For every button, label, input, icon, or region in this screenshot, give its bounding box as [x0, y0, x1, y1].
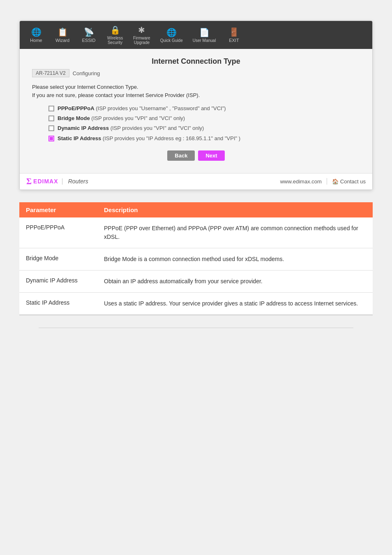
param-static-ip: Static IP Address: [19, 292, 97, 315]
radio-dynamic-ip[interactable]: [48, 125, 54, 131]
nav-wireless-security[interactable]: 🔒 WirelessSecurity: [103, 23, 127, 46]
option-dynamic-ip[interactable]: Dynamic IP Address (ISP provides you "VP…: [48, 125, 360, 132]
quick-guide-icon: 🌐: [166, 28, 177, 37]
param-dynamic-ip: Dynamic IP Address: [19, 270, 97, 292]
nav-user-manual[interactable]: 📄 User Manual: [189, 26, 220, 44]
nav-bar: 🌐 Home 📋 Wizard 📡 ESSID 🔒 WirelessSecuri…: [20, 21, 372, 49]
exit-icon: 🚪: [229, 27, 239, 37]
routers-label: Routers: [68, 178, 88, 185]
wizard-icon: 📋: [58, 27, 68, 37]
status-label: Configuring: [73, 70, 100, 76]
contact-link[interactable]: 🏠 Contact us: [332, 178, 366, 185]
button-row: Back Next: [32, 150, 360, 161]
router-panel: 🌐 Home 📋 Wizard 📡 ESSID 🔒 WirelessSecuri…: [19, 21, 373, 190]
user-manual-icon: 📄: [199, 28, 210, 37]
website-url: www.edimax.com: [280, 178, 322, 185]
radio-pppoe[interactable]: [48, 106, 54, 111]
home-icon: 🌐: [31, 27, 42, 37]
desc-static-ip: Uses a static IP address. Your service p…: [97, 292, 373, 315]
table-row: PPPoE/PPPoA PPPoE (PPP over Ethernet) an…: [19, 217, 373, 248]
next-button[interactable]: Next: [198, 150, 224, 161]
option-bridge[interactable]: Bridge Mode (ISP provides you "VPI" and …: [48, 115, 360, 122]
table-row: Static IP Address Uses a static IP addre…: [19, 292, 373, 315]
footer-divider: [327, 178, 327, 185]
nav-exit[interactable]: 🚪 EXIT: [221, 25, 246, 44]
sigma-icon: Σ: [26, 177, 32, 186]
edimax-logo: EDIMAX: [33, 178, 58, 185]
contact-label: Contact us: [340, 178, 366, 185]
contact-icon: 🏠: [332, 178, 339, 185]
col-description-header: Description: [97, 202, 373, 217]
radio-static-ip[interactable]: [48, 136, 54, 141]
param-bridge: Bridge Mode: [19, 248, 97, 270]
page-title: Internet Connection Type: [32, 57, 360, 66]
option-static-ip[interactable]: Static IP Address (ISP provides you "IP …: [48, 135, 360, 142]
desc-dynamic-ip: Obtain an IP address automatically from …: [97, 270, 373, 292]
nav-wizard[interactable]: 📋 Wizard: [50, 25, 75, 44]
param-pppoe: PPPoE/PPPoA: [19, 217, 97, 248]
firmware-icon: ✱: [138, 25, 145, 35]
nav-quick-guide[interactable]: 🌐 Quick Guide: [156, 26, 187, 44]
nav-firmware-upgrade[interactable]: ✱ FirmwareUpgrade: [129, 23, 154, 46]
radio-options: PPPoE/PPPoA (ISP provides you "Username"…: [48, 105, 360, 142]
breadcrumb: AR-7211A V2 Configuring: [32, 69, 360, 77]
device-label: AR-7211A V2: [32, 69, 69, 77]
essid-icon: 📡: [84, 27, 94, 37]
table-row: Dynamic IP Address Obtain an IP address …: [19, 270, 373, 292]
table-row: Bridge Mode Bridge Mode is a common conn…: [19, 248, 373, 270]
radio-bridge[interactable]: [48, 116, 54, 121]
panel-footer: Σ EDIMAX | Routers www.edimax.com 🏠 Cont…: [20, 173, 372, 190]
nav-home[interactable]: 🌐 Home: [24, 25, 48, 44]
instructions: Please select your Internet Connection T…: [32, 83, 360, 99]
bottom-divider: [39, 328, 353, 328]
description-table: Parameter Description PPPoE/PPPoA PPPoE …: [19, 202, 373, 315]
desc-pppoe: PPPoE (PPP over Ethernet) and PPPoA (PPP…: [97, 217, 373, 248]
back-button[interactable]: Back: [167, 150, 195, 161]
option-pppoe[interactable]: PPPoE/PPPoA (ISP provides you "Username"…: [48, 105, 360, 112]
footer-right: www.edimax.com 🏠 Contact us: [280, 178, 366, 185]
logo-area: Σ EDIMAX | Routers: [26, 177, 88, 186]
wireless-security-icon: 🔒: [110, 25, 120, 35]
content-area: Internet Connection Type AR-7211A V2 Con…: [20, 49, 372, 173]
desc-bridge: Bridge Mode is a common connection metho…: [97, 248, 373, 270]
col-parameter-header: Parameter: [19, 202, 97, 217]
nav-essid[interactable]: 📡 ESSID: [76, 25, 101, 44]
